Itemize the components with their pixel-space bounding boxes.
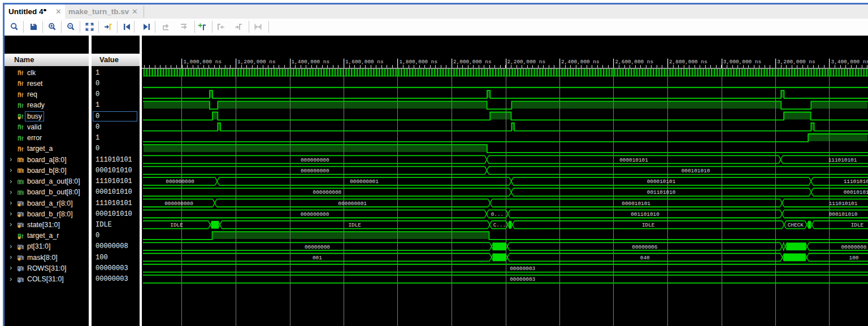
svg-text:00000003: 00000003 bbox=[510, 266, 535, 272]
svg-text:000010101: 000010101 bbox=[647, 179, 676, 185]
svg-text:3,400,000 ns: 3,400,000 ns bbox=[831, 59, 868, 65]
svg-text:2,000,000 ns: 2,000,000 ns bbox=[453, 59, 492, 65]
svg-text:111010101: 111010101 bbox=[828, 157, 857, 163]
svg-text:001101010: 001101010 bbox=[647, 189, 676, 195]
svg-text:C...: C... bbox=[493, 222, 506, 228]
svg-text:2,600,000 ns: 2,600,000 ns bbox=[615, 59, 654, 65]
svg-text:000000000: 000000000 bbox=[301, 168, 329, 174]
svg-text:1,400,000 ns: 1,400,000 ns bbox=[292, 59, 330, 65]
svg-text:IDLE: IDLE bbox=[851, 222, 864, 228]
svg-text:040: 040 bbox=[640, 255, 650, 261]
svg-text:100: 100 bbox=[849, 255, 859, 261]
svg-text:000000000: 000000000 bbox=[164, 201, 193, 207]
svg-text:000000000: 000000000 bbox=[166, 179, 194, 185]
svg-text:2,400,000 ns: 2,400,000 ns bbox=[561, 59, 600, 65]
svg-text:000010101: 000010101 bbox=[619, 157, 648, 163]
svg-text:00000000: 00000000 bbox=[305, 244, 330, 250]
svg-text:0...: 0... bbox=[491, 211, 504, 218]
svg-text:000000000: 000000000 bbox=[301, 157, 329, 163]
svg-text:2,800,000 ns: 2,800,000 ns bbox=[669, 59, 708, 65]
svg-text:2,200,000 ns: 2,200,000 ns bbox=[507, 59, 546, 65]
svg-text:111010101: 111010101 bbox=[844, 179, 868, 185]
svg-text:00000003: 00000003 bbox=[510, 276, 535, 282]
svg-text:111010101: 111010101 bbox=[829, 201, 858, 207]
svg-text:1,200,000 ns: 1,200,000 ns bbox=[237, 59, 276, 65]
svg-text:1,000,000 ns: 1,000,000 ns bbox=[184, 59, 222, 65]
svg-text:IDLE: IDLE bbox=[642, 222, 655, 228]
svg-text:000000001: 000000001 bbox=[350, 179, 379, 185]
svg-text:CHECK: CHECK bbox=[788, 222, 804, 228]
svg-text:000101010: 000101010 bbox=[829, 211, 858, 218]
svg-text:000101010: 000101010 bbox=[682, 168, 710, 174]
svg-text:00000006: 00000006 bbox=[632, 244, 657, 250]
svg-text:3,000,000 ns: 3,000,000 ns bbox=[723, 59, 762, 65]
svg-text:000101010: 000101010 bbox=[844, 189, 868, 195]
svg-text:1,600,000 ns: 1,600,000 ns bbox=[345, 59, 384, 65]
svg-text:001101010: 001101010 bbox=[631, 211, 659, 218]
svg-text:IDLE: IDLE bbox=[170, 222, 183, 228]
svg-text:000000001: 000000001 bbox=[338, 201, 367, 207]
svg-text:00000008: 00000008 bbox=[841, 244, 866, 250]
svg-text:000000000: 000000000 bbox=[313, 189, 342, 195]
svg-text:000010101: 000010101 bbox=[622, 201, 650, 207]
svg-text:1,800,000 ns: 1,800,000 ns bbox=[400, 59, 438, 65]
svg-text:000000000: 000000000 bbox=[301, 211, 329, 218]
svg-text:001: 001 bbox=[313, 255, 322, 261]
svg-text:3,200,000 ns: 3,200,000 ns bbox=[777, 59, 815, 65]
svg-text:IDLE: IDLE bbox=[348, 222, 361, 228]
